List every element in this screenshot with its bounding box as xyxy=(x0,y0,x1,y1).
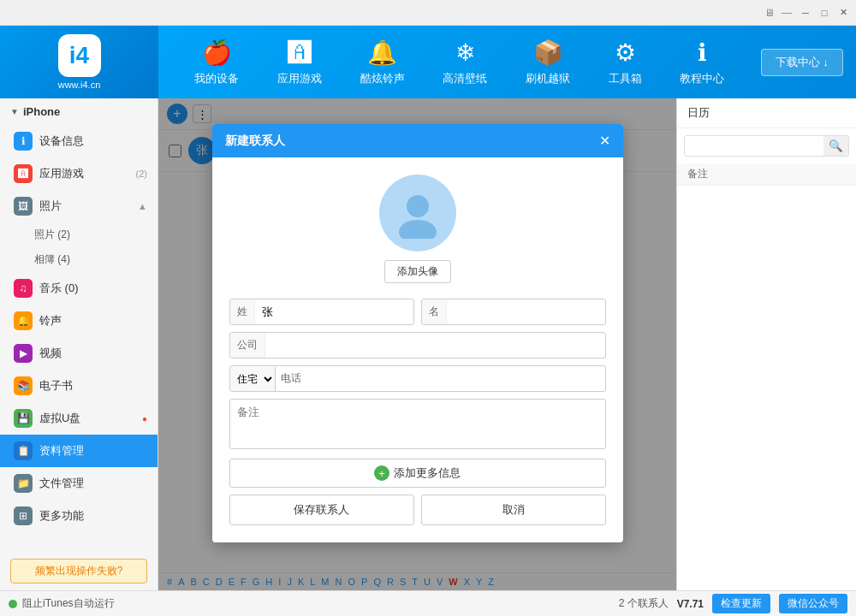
nav-app-game-label: 应用游戏 xyxy=(277,71,322,86)
music-sidebar-icon: ♫ xyxy=(14,279,33,298)
photo-expand-icon: ▲ xyxy=(138,201,147,211)
sidebar-item-ringtone[interactable]: 🔔 铃声 xyxy=(0,305,158,337)
cancel-button[interactable]: 取消 xyxy=(421,495,606,525)
sidebar-item-more[interactable]: ⊞ 更多功能 xyxy=(0,500,158,532)
modal-close-button[interactable]: ✕ xyxy=(599,133,610,149)
remark-textarea[interactable] xyxy=(229,399,606,449)
sidebar-device-info-label: 设备信息 xyxy=(39,133,84,149)
titlebar-icon1: 🖥 xyxy=(764,7,775,19)
logo-icon: i4 xyxy=(58,34,101,77)
sidebar: ▼ iPhone ℹ 设备信息 🅰 应用游戏 (2) 🖼 照片 ▲ 照片 (2)… xyxy=(0,98,158,590)
datamanage-sidebar-icon: 📋 xyxy=(14,441,33,460)
sidebar-music-label: 音乐 (0) xyxy=(39,281,79,296)
nav-tutorial-label: 教程中心 xyxy=(680,71,724,86)
avatar-silhouette xyxy=(392,187,443,239)
sidebar-sub-album[interactable]: 相簿 (4) xyxy=(0,247,158,272)
nav-my-device[interactable]: 🍎 我的设备 xyxy=(184,32,249,93)
photo-sidebar-icon: 🖼 xyxy=(14,197,33,216)
firstname-input[interactable] xyxy=(255,300,413,323)
sidebar-item-app-game[interactable]: 🅰 应用游戏 (2) xyxy=(0,157,158,190)
sidebar-item-photo[interactable]: 🖼 照片 ▲ xyxy=(0,190,158,222)
sidebar-udisk-label: 虚拟U盘 xyxy=(39,411,80,426)
save-contact-button[interactable]: 保存联系人 xyxy=(229,495,414,525)
sidebar-item-music[interactable]: ♫ 音乐 (0) xyxy=(0,272,158,305)
company-input[interactable] xyxy=(265,334,605,357)
toolbox-icon: ⚙ xyxy=(615,38,636,67)
phone-row: 住宅 电话 xyxy=(229,365,606,392)
device-info-icon: ℹ xyxy=(14,132,33,151)
right-panel-header: 日历 xyxy=(677,98,856,128)
nav-ringtone[interactable]: 🔔 酷炫铃声 xyxy=(350,32,415,93)
add-avatar-button[interactable]: 添加头像 xyxy=(384,260,451,283)
sidebar-item-device-info[interactable]: ℹ 设备信息 xyxy=(0,125,158,157)
lastname-input[interactable] xyxy=(447,300,605,323)
modal-body: 添加头像 姓 名 xyxy=(212,157,623,542)
sidebar-device-header[interactable]: ▼ iPhone xyxy=(0,98,158,125)
status-text: 阻止iTunes自动运行 xyxy=(22,596,115,611)
maximize-button[interactable]: □ xyxy=(816,4,833,21)
sidebar-item-filemanage[interactable]: 📁 文件管理 xyxy=(0,467,158,500)
nav-toolbox[interactable]: ⚙ 工具箱 xyxy=(598,32,652,93)
sidebar-filemanage-label: 文件管理 xyxy=(39,476,84,491)
add-more-icon: + xyxy=(374,465,389,481)
nav-jailbreak[interactable]: 📦 刷机越狱 xyxy=(515,32,580,93)
sidebar-more-label: 更多功能 xyxy=(39,508,84,524)
ringtone-icon: 🔔 xyxy=(367,38,397,67)
chevron-down-icon: ▼ xyxy=(10,107,19,116)
minimize-button[interactable]: ─ xyxy=(797,4,814,21)
logo-area: i4 www.i4.cn xyxy=(0,26,158,98)
close-button[interactable]: ✕ xyxy=(835,4,852,21)
tutorial-icon: ℹ xyxy=(698,38,707,67)
nav-wallpaper[interactable]: ❄ 高清壁纸 xyxy=(432,32,497,93)
company-row: 公司 xyxy=(229,332,606,358)
download-button[interactable]: 下载中心 ↓ xyxy=(761,49,843,76)
nav-my-device-label: 我的设备 xyxy=(194,71,239,86)
modal-header: 新建联系人 ✕ xyxy=(212,124,623,157)
jailbreak-icon: 📦 xyxy=(533,38,563,67)
sidebar-ebook-label: 电子书 xyxy=(39,378,73,394)
avatar-preview xyxy=(379,175,456,252)
search-button[interactable]: 🔍 xyxy=(823,136,848,156)
avatar-section: 添加头像 xyxy=(229,175,606,283)
add-more-button[interactable]: + 添加更多信息 xyxy=(229,459,606,488)
remark-section xyxy=(229,399,606,459)
sidebar-item-datamanage[interactable]: 📋 资料管理 xyxy=(0,435,158,467)
phone-label: 电话 xyxy=(276,366,306,391)
more-sidebar-icon: ⊞ xyxy=(14,506,33,525)
main-layout: ▼ iPhone ℹ 设备信息 🅰 应用游戏 (2) 🖼 照片 ▲ 照片 (2)… xyxy=(0,98,856,590)
check-update-button[interactable]: 检查更新 xyxy=(712,594,770,613)
nav-toolbox-label: 工具箱 xyxy=(609,71,642,86)
sidebar-photo-label: 照片 xyxy=(39,198,62,214)
firstname-label: 姓 xyxy=(230,299,255,324)
svg-point-0 xyxy=(407,195,429,217)
nav-wallpaper-label: 高清壁纸 xyxy=(443,71,487,86)
udisk-sidebar-icon: 💾 xyxy=(14,409,33,428)
right-col-header: 备注 xyxy=(677,163,856,186)
lastname-label: 名 xyxy=(422,299,447,324)
nav-tutorial[interactable]: ℹ 教程中心 xyxy=(669,32,734,93)
search-input[interactable] xyxy=(685,137,823,156)
sidebar-item-ebook[interactable]: 📚 电子书 xyxy=(0,370,158,402)
my-device-icon: 🍎 xyxy=(202,38,232,67)
nav-jailbreak-label: 刷机越狱 xyxy=(526,71,570,86)
status-dot xyxy=(9,600,17,608)
company-label: 公司 xyxy=(230,333,265,358)
sidebar-datamanage-label: 资料管理 xyxy=(39,443,84,459)
name-row: 姓 名 xyxy=(229,299,606,325)
sidebar-sub-photo[interactable]: 照片 (2) xyxy=(0,222,158,247)
warn-button[interactable]: 频繁出现操作失败? xyxy=(10,559,147,583)
sidebar-item-udisk[interactable]: 💾 虚拟U盘 ● xyxy=(0,402,158,435)
sidebar-app-game-label: 应用游戏 xyxy=(39,166,84,181)
wechat-button[interactable]: 微信公众号 xyxy=(779,594,847,613)
add-more-label: 添加更多信息 xyxy=(394,465,461,481)
sidebar-video-label: 视频 xyxy=(39,346,62,361)
address-type-select[interactable]: 住宅 xyxy=(230,367,276,391)
modal-title: 新建联系人 xyxy=(225,133,285,149)
nav-app-game[interactable]: 🅰 应用游戏 xyxy=(267,32,332,93)
app-game-sidebar-icon: 🅰 xyxy=(14,164,33,183)
modal-overlay: 新建联系人 ✕ 添加头像 xyxy=(158,98,676,590)
ringtone-sidebar-icon: 🔔 xyxy=(14,311,33,330)
sidebar-item-video[interactable]: ▶ 视频 xyxy=(0,337,158,370)
phone-input[interactable] xyxy=(306,367,605,390)
ebook-sidebar-icon: 📚 xyxy=(14,376,33,395)
